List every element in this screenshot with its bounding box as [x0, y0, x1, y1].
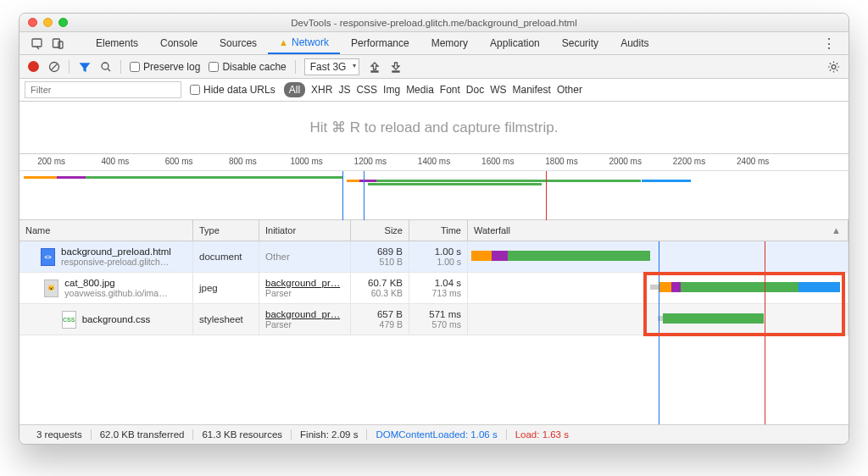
settings-icon[interactable]	[827, 60, 840, 73]
summary-bar: 3 requests 62.0 KB transferred 61.3 KB r…	[19, 424, 849, 444]
timeline-overview[interactable]: 200 ms400 ms600 ms 800 ms1000 ms1200 ms …	[19, 154, 849, 220]
tab-performance[interactable]: Performance	[340, 32, 420, 54]
filter-ws[interactable]: WS	[490, 84, 506, 96]
filter-input[interactable]	[25, 81, 181, 98]
device-tools	[24, 32, 85, 54]
upload-icon[interactable]	[368, 60, 381, 73]
svg-point-4	[102, 63, 108, 69]
search-icon[interactable]	[99, 60, 112, 73]
timeline-ruler: 200 ms400 ms600 ms 800 ms1000 ms1200 ms …	[19, 154, 849, 171]
filter-all[interactable]: All	[284, 82, 305, 97]
disable-cache-checkbox[interactable]: Disable cache	[209, 61, 286, 73]
tab-application[interactable]: Application	[479, 32, 551, 54]
hide-data-urls-checkbox[interactable]: Hide data URLs	[190, 84, 275, 96]
tab-memory[interactable]: Memory	[420, 32, 479, 54]
table-header: Name Type Initiator Size Time Waterfall▲	[19, 220, 849, 241]
filmstrip-hint: Hit ⌘ R to reload and capture filmstrip.	[19, 102, 849, 154]
filter-other[interactable]: Other	[557, 84, 582, 96]
device-toggle-icon[interactable]	[52, 37, 64, 50]
highlight-box	[643, 272, 845, 336]
summary-dcl: DOMContentLoaded: 1.06 s	[367, 429, 506, 440]
tab-elements[interactable]: Elements	[85, 32, 149, 54]
table-row[interactable]: <>background_preload.htmlresponsive-prel…	[19, 241, 849, 273]
tab-security[interactable]: Security	[551, 32, 609, 54]
col-waterfall[interactable]: Waterfall▲	[468, 220, 849, 241]
filter-img[interactable]: Img	[383, 84, 400, 96]
summary-count: 3 requests	[28, 429, 92, 440]
filter-manifest[interactable]: Manifest	[513, 84, 551, 96]
tab-network[interactable]: ▲Network	[268, 32, 340, 54]
file-image-icon: 🐱	[44, 280, 58, 297]
download-icon[interactable]	[389, 60, 402, 73]
filter-bar: Hide data URLs All XHR JS CSS Img Media …	[19, 79, 849, 102]
close-icon[interactable]	[28, 18, 37, 27]
col-size[interactable]: Size	[351, 220, 409, 241]
col-type[interactable]: Type	[193, 220, 259, 241]
clear-icon[interactable]	[47, 60, 60, 73]
sort-indicator-icon: ▲	[832, 225, 841, 235]
devtools-window: DevTools - responsive-preload.glitch.me/…	[19, 13, 849, 445]
filter-css[interactable]: CSS	[356, 84, 377, 96]
throttle-select[interactable]: Fast 3G	[304, 58, 360, 75]
minimize-icon[interactable]	[43, 18, 53, 27]
panel-tabs: Elements Console Sources ▲Network Perfor…	[19, 32, 849, 55]
warning-icon: ▲	[279, 37, 288, 47]
col-name[interactable]: Name	[19, 220, 193, 241]
filter-xhr[interactable]: XHR	[311, 84, 332, 96]
svg-rect-0	[32, 39, 42, 47]
window-title: DevTools - responsive-preload.glitch.me/…	[19, 18, 849, 28]
file-css-icon: CSS	[62, 311, 76, 329]
request-table: Name Type Initiator Size Time Waterfall▲…	[19, 220, 849, 424]
file-html-icon: <>	[41, 248, 55, 266]
summary-finish: Finish: 2.09 s	[292, 429, 367, 440]
svg-point-5	[832, 64, 836, 69]
filter-font[interactable]: Font	[440, 84, 460, 96]
summary-resources: 61.3 KB resources	[193, 429, 292, 440]
maximize-icon[interactable]	[58, 18, 68, 27]
inspect-icon[interactable]	[31, 37, 43, 50]
traffic-lights	[28, 18, 68, 27]
titlebar: DevTools - responsive-preload.glitch.me/…	[19, 14, 849, 32]
tab-sources[interactable]: Sources	[209, 32, 268, 54]
record-button[interactable]	[28, 61, 39, 72]
summary-load: Load: 1.63 s	[507, 429, 577, 440]
filter-icon[interactable]	[78, 60, 91, 73]
tab-audits[interactable]: Audits	[609, 32, 659, 54]
filter-media[interactable]: Media	[406, 84, 434, 96]
filter-js[interactable]: JS	[338, 84, 350, 96]
tab-console[interactable]: Console	[149, 32, 209, 54]
preserve-log-checkbox[interactable]: Preserve log	[130, 61, 200, 73]
type-filters: All XHR JS CSS Img Media Font Doc WS Man…	[284, 82, 582, 97]
summary-transferred: 62.0 KB transferred	[92, 429, 194, 440]
network-toolbar: Preserve log Disable cache Fast 3G	[19, 55, 849, 79]
more-menu-icon[interactable]: ⋮	[814, 32, 844, 54]
col-time[interactable]: Time	[409, 220, 468, 241]
filter-doc[interactable]: Doc	[466, 84, 484, 96]
col-initiator[interactable]: Initiator	[259, 220, 351, 241]
